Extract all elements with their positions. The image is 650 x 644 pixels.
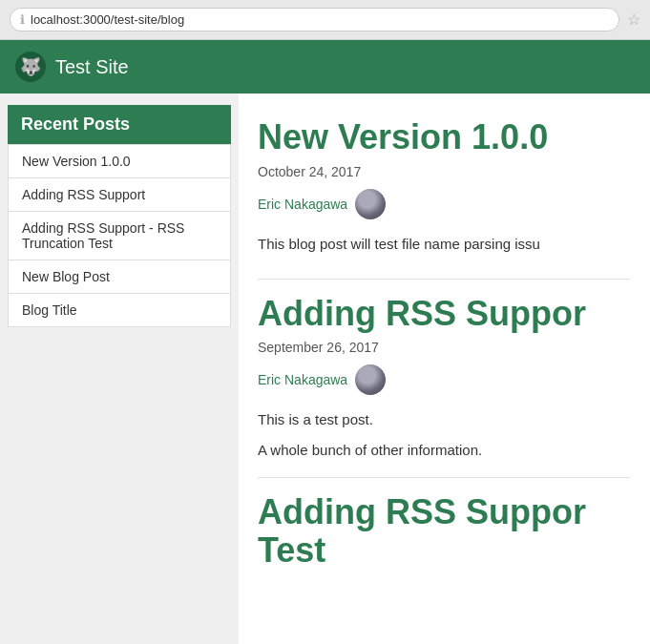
post-date: October 24, 2017 <box>258 164 631 179</box>
sidebar-heading: Recent Posts <box>8 105 231 144</box>
sidebar-item[interactable]: New Blog Post <box>9 260 230 294</box>
content-area: New Version 1.0.0 October 24, 2017 Eric … <box>239 93 650 644</box>
site-title: Test Site <box>55 56 129 78</box>
site-logo: 🐺 <box>15 52 46 82</box>
post-excerpt: This blog post will test file name parsi… <box>258 233 631 256</box>
avatar-image <box>355 189 386 219</box>
post-excerpt-extra: A whole bunch of other information. <box>258 439 631 462</box>
sidebar-item[interactable]: Adding RSS Support <box>9 178 230 212</box>
sidebar: Recent Posts New Version 1.0.0 Adding RS… <box>0 93 239 644</box>
author-name: Eric Nakagawa <box>258 372 347 387</box>
sidebar-item[interactable]: Blog Title <box>9 294 230 326</box>
sidebar-item[interactable]: Adding RSS Support - RSS Truncation Test <box>9 212 230 260</box>
post-title: Adding RSS SupporTest <box>258 493 631 569</box>
info-icon: ℹ <box>20 12 25 27</box>
blog-post: Adding RSS Suppor September 26, 2017 Eri… <box>258 280 631 479</box>
post-author: Eric Nakagawa <box>258 189 631 219</box>
address-bar[interactable]: ℹ localhost:3000/test-site/blog <box>10 8 619 31</box>
url-text: localhost:3000/test-site/blog <box>31 12 184 27</box>
main-layout: Recent Posts New Version 1.0.0 Adding RS… <box>0 93 650 644</box>
post-title: Adding RSS Suppor <box>258 295 631 333</box>
sidebar-list: New Version 1.0.0 Adding RSS Support Add… <box>8 144 231 327</box>
browser-toolbar: ℹ localhost:3000/test-site/blog ☆ <box>0 0 650 40</box>
logo-emoji: 🐺 <box>20 56 41 77</box>
avatar <box>355 364 386 395</box>
author-name: Eric Nakagawa <box>258 197 347 212</box>
bookmark-icon[interactable]: ☆ <box>627 10 640 29</box>
blog-post: New Version 1.0.0 October 24, 2017 Eric … <box>258 103 631 280</box>
post-excerpt: This is a test post. <box>258 408 631 431</box>
sidebar-item[interactable]: New Version 1.0.0 <box>9 145 230 178</box>
avatar <box>355 189 386 219</box>
site-header: 🐺 Test Site <box>0 40 650 93</box>
post-author: Eric Nakagawa <box>258 364 631 395</box>
post-date: September 26, 2017 <box>258 340 631 355</box>
avatar-image <box>355 364 386 395</box>
post-title: New Version 1.0.0 <box>258 118 631 156</box>
blog-post-partial: Adding RSS SupporTest <box>258 478 631 592</box>
